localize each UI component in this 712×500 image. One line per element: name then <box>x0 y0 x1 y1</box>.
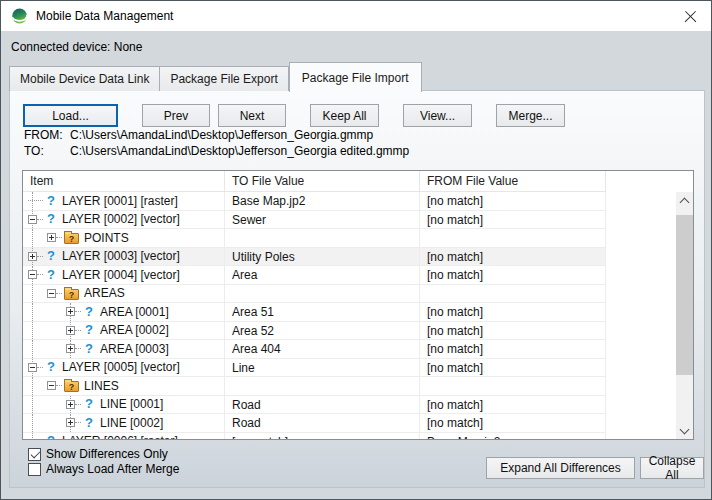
tree-expander-plus-icon[interactable] <box>66 344 75 353</box>
column-header-to-file-value[interactable]: TO File Value <box>225 171 420 192</box>
to-file-value-cell: Line <box>225 359 420 378</box>
folder-question-glyph: ? <box>65 382 78 392</box>
tree-expander-plus-icon[interactable] <box>47 233 56 242</box>
tree-expander-plus-icon[interactable] <box>28 252 37 261</box>
tree-item-cell: ? LAYER [0005] [vector] <box>23 359 225 378</box>
empty-cell <box>606 266 678 285</box>
tree-expander-plus-icon[interactable] <box>66 418 75 427</box>
close-icon[interactable] <box>682 8 699 25</box>
from-file-value-cell: [no match] <box>420 359 606 378</box>
to-file-value-cell: Base Map.jp2 <box>225 192 420 211</box>
tree-guide-line <box>32 322 33 340</box>
scrollbar-thumb[interactable] <box>676 215 693 375</box>
column-header-item[interactable]: Item <box>23 171 225 192</box>
to-file-value-cell: Road <box>225 396 420 415</box>
tree-item-cell: ? LAYER [0001] [raster] <box>23 192 225 211</box>
tab-package-file-export[interactable]: Package File Export <box>160 66 288 91</box>
from-file-value-cell: Base Map.jp2 <box>420 433 606 441</box>
prev-button[interactable]: Prev <box>142 104 210 127</box>
tree-item-label: AREA [0002] <box>100 322 169 340</box>
column-header-empty <box>606 171 678 192</box>
tab-package-file-import[interactable]: Package File Import <box>289 62 422 92</box>
tree-item-label: AREAS <box>84 285 125 303</box>
from-file-value-cell: [no match] <box>420 414 606 433</box>
tree-item-label: LINE [0002] <box>100 414 163 432</box>
table-row[interactable]: ? AREA [0001] Area 51 [no match] <box>23 303 678 322</box>
view-button[interactable]: View... <box>403 104 472 127</box>
tree-expander-minus-icon[interactable] <box>28 363 37 372</box>
show-differences-only-checkbox[interactable] <box>28 448 41 461</box>
next-button[interactable]: Next <box>218 104 286 127</box>
tree-expander-plus-icon[interactable] <box>66 307 75 316</box>
tree-guide-line <box>32 414 33 432</box>
tree-dotted-stub <box>75 330 81 331</box>
table-row[interactable]: ? AREA [0003] Area 404 [no match] <box>23 340 678 359</box>
table-row[interactable]: ? LAYER [0001] [raster] Base Map.jp2 [no… <box>23 192 678 211</box>
tree-expander-plus-icon[interactable] <box>66 326 75 335</box>
question-icon: ? <box>83 306 95 318</box>
tree-item-cell: ? AREAS <box>23 285 225 304</box>
question-icon: ? <box>45 269 57 281</box>
always-load-after-merge-checkbox-row[interactable]: Always Load After Merge <box>28 462 179 476</box>
table-row[interactable]: ? LINE [0001] Road [no match] <box>23 396 678 415</box>
tree-item-label: LINES <box>84 377 119 395</box>
table-row[interactable]: ? LAYER [0003] [vector] Utility Poles [n… <box>23 248 678 267</box>
tree-guide-line <box>32 303 33 321</box>
table-row[interactable]: ? AREA [0002] Area 52 [no match] <box>23 322 678 341</box>
vertical-scrollbar[interactable] <box>676 192 693 439</box>
question-icon: ? <box>83 417 95 429</box>
tree-dotted-stub <box>75 311 81 312</box>
scroll-up-button[interactable] <box>676 192 693 209</box>
tab-mobile-device-data-link[interactable]: Mobile Device Data Link <box>9 66 160 91</box>
window-title: Mobile Data Management <box>36 9 173 23</box>
to-file-value-cell <box>225 229 420 248</box>
tree-dotted-stub <box>28 200 43 201</box>
empty-cell <box>606 303 678 322</box>
tree-item-cell: ? AREA [0002] <box>23 322 225 341</box>
merge-button[interactable]: Merge... <box>496 104 565 127</box>
tree-expander-minus-icon[interactable] <box>28 215 37 224</box>
from-file-value-cell <box>420 377 606 396</box>
tree-item-cell: ? LINE [0002] <box>23 414 225 433</box>
show-differences-only-checkbox-row[interactable]: Show Differences Only <box>28 447 168 461</box>
column-header-from-file-value[interactable]: FROM File Value <box>420 171 606 192</box>
always-load-after-merge-checkbox[interactable] <box>28 463 41 476</box>
table-row[interactable]: ? LAYER [0004] [vector] Area [no match] <box>23 266 678 285</box>
question-icon: ? <box>45 435 57 440</box>
table-row[interactable]: ? AREAS <box>23 285 678 304</box>
connected-device-status: Connected device: None <box>11 40 142 54</box>
to-file-value-cell: Area <box>225 266 420 285</box>
tree-item-label: LINE [0001] <box>100 396 163 414</box>
from-file-value-cell: [no match] <box>420 303 606 322</box>
load-button[interactable]: Load... <box>23 104 118 127</box>
empty-cell <box>606 377 678 396</box>
toolbar: Load... Prev Next Keep All View... Merge… <box>23 104 565 127</box>
chevron-down-icon <box>680 424 690 434</box>
question-icon: ? <box>45 250 57 262</box>
table-row[interactable]: ? POINTS <box>23 229 678 248</box>
table-row[interactable]: ? LINE [0002] Road [no match] <box>23 414 678 433</box>
tree-expander-minus-icon[interactable] <box>28 270 37 279</box>
tree-dotted-stub <box>75 422 81 423</box>
tree-dotted-stub <box>37 256 43 257</box>
scroll-down-button[interactable] <box>676 422 693 439</box>
tree-dotted-stub <box>75 348 81 349</box>
table-row[interactable]: ? LAYER [0002] [vector] Sewer [no match] <box>23 211 678 230</box>
collapse-all-button[interactable]: Collapse All <box>640 457 704 479</box>
tree-expander-minus-icon[interactable] <box>47 381 56 390</box>
expand-all-differences-button[interactable]: Expand All Differences <box>486 457 635 479</box>
tree-item-cell: ? LAYER [0002] [vector] <box>23 211 225 230</box>
tree-expander-minus-icon[interactable] <box>47 289 56 298</box>
table-row[interactable]: ? LAYER [0006] [raster] [no match] Base … <box>23 433 678 441</box>
table-row[interactable]: ? LINES <box>23 377 678 396</box>
folder-question-icon: ? <box>64 289 79 300</box>
tree-expander-plus-icon[interactable] <box>66 400 75 409</box>
tree-guide-line <box>32 396 33 414</box>
to-file-value-cell: Utility Poles <box>225 248 420 267</box>
keep-all-button[interactable]: Keep All <box>310 104 379 127</box>
tree-item-label: LAYER [0004] [vector] <box>62 266 180 284</box>
to-file-value-cell: Road <box>225 414 420 433</box>
to-file-value-cell <box>225 285 420 304</box>
package-file-import-page: Load... Prev Next Keep All View... Merge… <box>9 90 705 488</box>
table-row[interactable]: ? LAYER [0005] [vector] Line [no match] <box>23 359 678 378</box>
